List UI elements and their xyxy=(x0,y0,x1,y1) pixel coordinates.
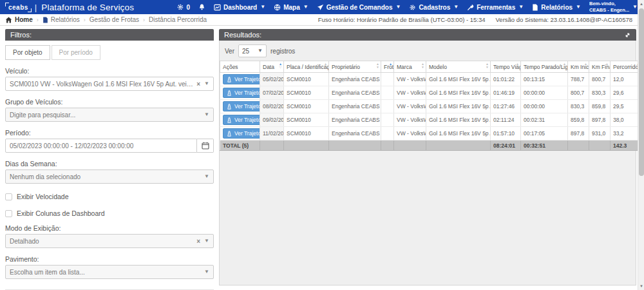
expand-icon[interactable] xyxy=(624,32,631,39)
chevron-down-icon: ▼ xyxy=(303,5,308,10)
cell-km-start: 830,3 xyxy=(568,100,589,113)
chevron-down-icon: ▼ xyxy=(258,48,263,53)
menu-label: Relatórios xyxy=(541,4,573,11)
col-header-tempo-parado[interactable]: Tempo Parado/Ligado▲▼ xyxy=(521,61,568,73)
vehicle-group-select[interactable]: Digite para pesquisar... ▼ xyxy=(5,108,214,122)
cell-fleet xyxy=(381,86,394,100)
cell-distance: 12,0 xyxy=(611,73,641,86)
breadcrumb-home[interactable]: Home xyxy=(5,16,33,23)
menu-relatorios[interactable]: Relatórios ▼ xyxy=(532,4,581,11)
filters-panel: Filtros: Por objeto Por período Veículo:… xyxy=(5,29,214,290)
total-row: TOTAL (5) 08:24:01 00:32:51 142.3 xyxy=(220,140,641,151)
cell-distance: 29,5 xyxy=(611,100,641,113)
ver-trajeto-button[interactable]: Ver Trajeto xyxy=(223,115,260,125)
ver-trajeto-button[interactable]: Ver Trajeto xyxy=(223,101,260,111)
vehicle-selected-value: SCM0010 VW - VolksWagen Gol 1.6 MSI Flex… xyxy=(10,81,193,88)
pavement-select[interactable]: Escolha um item da lista... ▼ xyxy=(5,265,214,279)
menu-mapa[interactable]: Mapa ▼ xyxy=(274,4,308,11)
page-size-select[interactable]: 25 ▼ xyxy=(238,44,267,57)
cell-stopped-time: 00:17:05 xyxy=(521,127,568,140)
cell-fleet xyxy=(381,127,394,140)
show-dashboard-columns-checkbox[interactable] xyxy=(5,210,12,217)
cell-fleet xyxy=(381,73,394,86)
cell-owner: Engenharia CEABS LTDA xyxy=(329,100,381,113)
clear-icon[interactable]: × xyxy=(196,81,200,88)
menu-dashboard[interactable]: Dashboard ▼ xyxy=(214,4,265,11)
ver-trajeto-button[interactable]: Ver Trajeto xyxy=(223,88,260,98)
display-mode-select[interactable]: Detalhado × ▼ xyxy=(5,234,214,248)
cell-brand: VW - VolksWagen xyxy=(394,113,426,127)
chart-icon xyxy=(214,4,221,11)
show-speed-checkbox[interactable] xyxy=(5,193,12,200)
cell-distance: 33,2 xyxy=(611,127,641,140)
col-header-tempo-viagem[interactable]: Tempo Viagem▲▼ xyxy=(491,61,521,73)
weekdays-label: Dias da Semana: xyxy=(5,160,214,168)
cell-actions: Ver Trajeto xyxy=(220,86,260,100)
period-input[interactable]: 05/02/2023 00:00:00 - 12/02/2023 00:00:0… xyxy=(5,139,197,153)
cell-actions: Ver Trajeto xyxy=(220,113,260,127)
cell-stopped-time: 00:02:31 xyxy=(521,113,568,127)
breadcrumb-gestao-de-frotas[interactable]: Gestão de Frotas xyxy=(90,16,139,23)
col-header-data[interactable]: Data▲▽ xyxy=(260,61,284,73)
tab-por-objeto[interactable]: Por objeto xyxy=(5,45,50,60)
notifications-bell-icon[interactable] xyxy=(198,3,205,11)
cell-actions: Ver Trajeto xyxy=(220,127,260,140)
ver-trajeto-button[interactable]: Ver Trajeto xyxy=(223,74,260,84)
col-header-km-inicial[interactable]: Km Inicial▲▼ xyxy=(568,61,589,73)
user-welcome-menu[interactable]: Bem-vindo, CEABS - Engen... ▼ xyxy=(589,1,638,14)
menu-gestao-de-comandos[interactable]: Gestão de Comandos ▼ xyxy=(317,4,401,11)
weekdays-value: Nenhum dia selecionado xyxy=(10,173,204,180)
breadcrumb-relatorios[interactable]: Relatórios xyxy=(43,16,80,23)
vehicle-select[interactable]: SCM0010 VW - VolksWagen Gol 1.6 MSI Flex… xyxy=(5,77,214,91)
sort-icon: ▲▼ xyxy=(563,63,566,69)
cell-owner: Engenharia CEABS LTDA xyxy=(329,113,381,127)
sort-icon: ▲▼ xyxy=(324,63,327,69)
gear-count: 0 xyxy=(186,4,190,11)
scrollbar-thumb[interactable] xyxy=(639,8,644,176)
show-speed-label: Exibir Velocidade xyxy=(17,193,69,200)
route-icon xyxy=(227,90,232,96)
table-row: Ver Trajeto09/02/2023SCM0010Engenharia C… xyxy=(220,113,641,127)
tab-por-periodo[interactable]: Por período xyxy=(52,45,100,60)
page-scrollbar[interactable]: ▲ ▼ xyxy=(638,0,644,290)
col-header-km-final[interactable]: Km Final▲▼ xyxy=(589,61,611,73)
cell-km-end: 830,3 xyxy=(589,86,611,100)
menu-cadastros[interactable]: Cadastros ▼ xyxy=(409,4,459,11)
results-toolbar: Ver 25 ▼ registros xyxy=(220,41,636,61)
welcome-greeting: Bem-vindo, xyxy=(589,1,629,7)
scroll-up-arrow-icon[interactable]: ▲ xyxy=(638,0,644,8)
col-header-modelo[interactable]: Modelo▲▼ xyxy=(426,61,491,73)
period-label: Período: xyxy=(5,129,214,137)
cell-stopped-time: 00:00:00 xyxy=(521,86,568,100)
sort-icon: ▲▼ xyxy=(376,63,379,69)
cell-km-end: 931,0 xyxy=(589,127,611,140)
scroll-down-arrow-icon[interactable]: ▼ xyxy=(638,282,644,290)
cell-actions: Ver Trajeto xyxy=(220,100,260,113)
menu-ferramentas[interactable]: Ferramentas ▼ xyxy=(467,4,524,11)
pavement-label: Pavimento: xyxy=(5,255,214,263)
results-table: Ações Data▲▽ Placa / Identificação▲▼ Pro… xyxy=(220,61,641,151)
cell-trip-time: 01:01:22 xyxy=(491,73,521,86)
settings-gear-badge[interactable]: 0 xyxy=(176,3,190,11)
sort-icon: ▲▼ xyxy=(486,63,489,69)
cell-date: 09/02/2023 xyxy=(260,113,284,127)
col-header-proprietario[interactable]: Proprietário▲▼ xyxy=(329,61,381,73)
clear-icon[interactable]: × xyxy=(196,238,200,245)
cell-fleet xyxy=(381,100,394,113)
col-header-percorrido[interactable]: Percorrido (Km)▲▼ xyxy=(611,61,641,73)
cell-trip-time: 01:57:10 xyxy=(491,127,521,140)
weekdays-select[interactable]: Nenhum dia selecionado ▼ xyxy=(5,169,214,184)
table-row: Ver Trajeto07/02/2023SCM0010Engenharia C… xyxy=(220,86,641,100)
gear-icon xyxy=(409,4,416,11)
cell-fleet xyxy=(381,113,394,127)
ver-trajeto-button[interactable]: Ver Trajeto xyxy=(223,128,260,139)
calendar-button[interactable] xyxy=(197,139,214,153)
route-icon xyxy=(227,117,232,123)
col-header-placa[interactable]: Placa / Identificação▲▼ xyxy=(284,61,329,73)
col-header-frota[interactable]: Frota▲▽ xyxy=(381,61,394,73)
cell-model: Gol 1.6 MSI Flex 16V 5p Aut. xyxy=(426,113,491,127)
col-header-marca[interactable]: Marca▲▼ xyxy=(394,61,426,73)
cell-stopped-time: 00:13:15 xyxy=(521,73,568,86)
menu-label: Ferramentas xyxy=(477,4,515,11)
ceabs-logo[interactable]: ceabs xyxy=(5,3,32,12)
